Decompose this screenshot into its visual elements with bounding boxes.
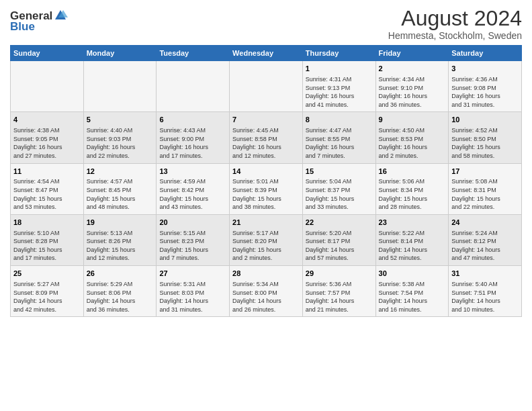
day-number: 15: [306, 167, 373, 177]
day-info: Sunrise: 5:13 AM Sunset: 8:26 PM Dayligh…: [87, 229, 154, 263]
col-thursday: Thursday: [302, 46, 375, 61]
calendar-cell: [157, 61, 230, 112]
calendar-cell: 21Sunrise: 5:17 AM Sunset: 8:20 PM Dayli…: [230, 214, 303, 265]
calendar-cell: 2Sunrise: 4:34 AM Sunset: 9:10 PM Daylig…: [375, 61, 449, 112]
day-number: 29: [306, 269, 373, 279]
calendar-cell: 4Sunrise: 4:38 AM Sunset: 9:05 PM Daylig…: [11, 112, 84, 163]
calendar-cell: 31Sunrise: 5:40 AM Sunset: 7:51 PM Dayli…: [449, 266, 522, 317]
calendar-week-5: 25Sunrise: 5:27 AM Sunset: 8:09 PM Dayli…: [11, 266, 522, 317]
col-friday: Friday: [375, 46, 449, 61]
day-number: 30: [379, 269, 446, 279]
day-number: 28: [232, 269, 300, 279]
calendar-cell: 24Sunrise: 5:24 AM Sunset: 8:12 PM Dayli…: [449, 214, 522, 265]
calendar-cell: 3Sunrise: 4:36 AM Sunset: 9:08 PM Daylig…: [449, 61, 522, 112]
day-number: 2: [379, 64, 446, 74]
calendar-cell: 22Sunrise: 5:20 AM Sunset: 8:17 PM Dayli…: [302, 214, 375, 265]
calendar-week-4: 18Sunrise: 5:10 AM Sunset: 8:28 PM Dayli…: [11, 214, 522, 265]
day-info: Sunrise: 5:04 AM Sunset: 8:37 PM Dayligh…: [306, 177, 373, 211]
day-number: 1: [306, 64, 373, 74]
calendar-cell: 25Sunrise: 5:27 AM Sunset: 8:09 PM Dayli…: [11, 266, 84, 317]
day-number: 6: [159, 115, 226, 125]
day-info: Sunrise: 4:54 AM Sunset: 8:47 PM Dayligh…: [13, 177, 81, 211]
page-container: General Blue August 2024 Hemmesta, Stock…: [0, 0, 532, 322]
col-tuesday: Tuesday: [157, 46, 230, 61]
day-number: 24: [451, 218, 519, 228]
calendar-cell: [83, 61, 157, 112]
calendar-cell: 18Sunrise: 5:10 AM Sunset: 8:28 PM Dayli…: [11, 214, 84, 265]
day-info: Sunrise: 4:52 AM Sunset: 8:50 PM Dayligh…: [451, 126, 519, 160]
calendar-cell: 29Sunrise: 5:36 AM Sunset: 7:57 PM Dayli…: [302, 266, 375, 317]
col-wednesday: Wednesday: [230, 46, 303, 61]
day-info: Sunrise: 4:43 AM Sunset: 9:00 PM Dayligh…: [159, 126, 226, 160]
day-info: Sunrise: 5:15 AM Sunset: 8:23 PM Dayligh…: [159, 229, 226, 263]
day-number: 20: [159, 218, 226, 228]
calendar-cell: 9Sunrise: 4:50 AM Sunset: 8:53 PM Daylig…: [375, 112, 449, 163]
day-info: Sunrise: 5:38 AM Sunset: 7:54 PM Dayligh…: [379, 280, 446, 314]
logo-blue-text: Blue: [10, 20, 35, 34]
calendar-week-1: 1Sunrise: 4:31 AM Sunset: 9:13 PM Daylig…: [11, 61, 522, 112]
day-info: Sunrise: 4:57 AM Sunset: 8:45 PM Dayligh…: [87, 177, 154, 211]
calendar-cell: 6Sunrise: 4:43 AM Sunset: 9:00 PM Daylig…: [157, 112, 230, 163]
day-info: Sunrise: 4:31 AM Sunset: 9:13 PM Dayligh…: [306, 75, 373, 109]
calendar-cell: 12Sunrise: 4:57 AM Sunset: 8:45 PM Dayli…: [83, 163, 157, 214]
day-info: Sunrise: 5:27 AM Sunset: 8:09 PM Dayligh…: [13, 280, 81, 314]
calendar-cell: 26Sunrise: 5:29 AM Sunset: 8:06 PM Dayli…: [83, 266, 157, 317]
calendar-cell: 7Sunrise: 4:45 AM Sunset: 8:58 PM Daylig…: [230, 112, 303, 163]
calendar-body: 1Sunrise: 4:31 AM Sunset: 9:13 PM Daylig…: [11, 61, 522, 317]
calendar-cell: 19Sunrise: 5:13 AM Sunset: 8:26 PM Dayli…: [83, 214, 157, 265]
day-info: Sunrise: 4:40 AM Sunset: 9:03 PM Dayligh…: [87, 126, 154, 160]
day-info: Sunrise: 5:20 AM Sunset: 8:17 PM Dayligh…: [306, 229, 373, 263]
day-info: Sunrise: 4:50 AM Sunset: 8:53 PM Dayligh…: [379, 126, 446, 160]
day-info: Sunrise: 5:08 AM Sunset: 8:31 PM Dayligh…: [451, 177, 519, 211]
day-info: Sunrise: 5:01 AM Sunset: 8:39 PM Dayligh…: [232, 177, 300, 211]
day-info: Sunrise: 5:40 AM Sunset: 7:51 PM Dayligh…: [451, 280, 519, 314]
calendar-cell: 5Sunrise: 4:40 AM Sunset: 9:03 PM Daylig…: [83, 112, 157, 163]
day-number: 21: [232, 218, 300, 228]
day-number: 3: [451, 64, 519, 74]
day-number: 14: [232, 167, 300, 177]
calendar-cell: 17Sunrise: 5:08 AM Sunset: 8:31 PM Dayli…: [449, 163, 522, 214]
calendar-cell: 11Sunrise: 4:54 AM Sunset: 8:47 PM Dayli…: [11, 163, 84, 214]
day-info: Sunrise: 4:45 AM Sunset: 8:58 PM Dayligh…: [232, 126, 300, 160]
calendar-cell: 15Sunrise: 5:04 AM Sunset: 8:37 PM Dayli…: [302, 163, 375, 214]
calendar-cell: 30Sunrise: 5:38 AM Sunset: 7:54 PM Dayli…: [375, 266, 449, 317]
day-info: Sunrise: 4:59 AM Sunset: 8:42 PM Dayligh…: [159, 177, 226, 211]
day-number: 4: [13, 115, 81, 125]
calendar-cell: 8Sunrise: 4:47 AM Sunset: 8:55 PM Daylig…: [302, 112, 375, 163]
day-number: 26: [87, 269, 154, 279]
day-info: Sunrise: 5:10 AM Sunset: 8:28 PM Dayligh…: [13, 229, 81, 263]
day-number: 19: [87, 218, 154, 228]
calendar-cell: [230, 61, 303, 112]
day-number: 16: [379, 167, 446, 177]
calendar-cell: 28Sunrise: 5:34 AM Sunset: 8:00 PM Dayli…: [230, 266, 303, 317]
calendar-cell: 14Sunrise: 5:01 AM Sunset: 8:39 PM Dayli…: [230, 163, 303, 214]
day-info: Sunrise: 5:34 AM Sunset: 8:00 PM Dayligh…: [232, 280, 300, 314]
logo: General Blue: [10, 9, 68, 34]
day-info: Sunrise: 5:17 AM Sunset: 8:20 PM Dayligh…: [232, 229, 300, 263]
day-info: Sunrise: 5:24 AM Sunset: 8:12 PM Dayligh…: [451, 229, 519, 263]
main-title: August 2024: [388, 7, 522, 30]
day-info: Sunrise: 5:36 AM Sunset: 7:57 PM Dayligh…: [306, 280, 373, 314]
day-number: 31: [451, 269, 519, 279]
title-section: August 2024 Hemmesta, Stockholm, Sweden: [388, 7, 522, 41]
day-number: 5: [87, 115, 154, 125]
calendar-cell: 1Sunrise: 4:31 AM Sunset: 9:13 PM Daylig…: [302, 61, 375, 112]
day-info: Sunrise: 5:31 AM Sunset: 8:03 PM Dayligh…: [159, 280, 226, 314]
calendar-week-3: 11Sunrise: 4:54 AM Sunset: 8:47 PM Dayli…: [11, 163, 522, 214]
calendar-table: Sunday Monday Tuesday Wednesday Thursday…: [10, 45, 522, 317]
day-info: Sunrise: 4:47 AM Sunset: 8:55 PM Dayligh…: [306, 126, 373, 160]
day-number: 12: [87, 167, 154, 177]
day-number: 11: [13, 167, 81, 177]
header-row-days: Sunday Monday Tuesday Wednesday Thursday…: [11, 46, 522, 61]
calendar-cell: 16Sunrise: 5:06 AM Sunset: 8:34 PM Dayli…: [375, 163, 449, 214]
day-number: 23: [379, 218, 446, 228]
calendar-cell: 20Sunrise: 5:15 AM Sunset: 8:23 PM Dayli…: [157, 214, 230, 265]
calendar-cell: 27Sunrise: 5:31 AM Sunset: 8:03 PM Dayli…: [157, 266, 230, 317]
day-number: 17: [451, 167, 519, 177]
day-number: 9: [379, 115, 446, 125]
day-number: 22: [306, 218, 373, 228]
logo-icon: [53, 8, 68, 23]
calendar-cell: 13Sunrise: 4:59 AM Sunset: 8:42 PM Dayli…: [157, 163, 230, 214]
day-number: 7: [232, 115, 300, 125]
day-info: Sunrise: 5:29 AM Sunset: 8:06 PM Dayligh…: [87, 280, 154, 314]
